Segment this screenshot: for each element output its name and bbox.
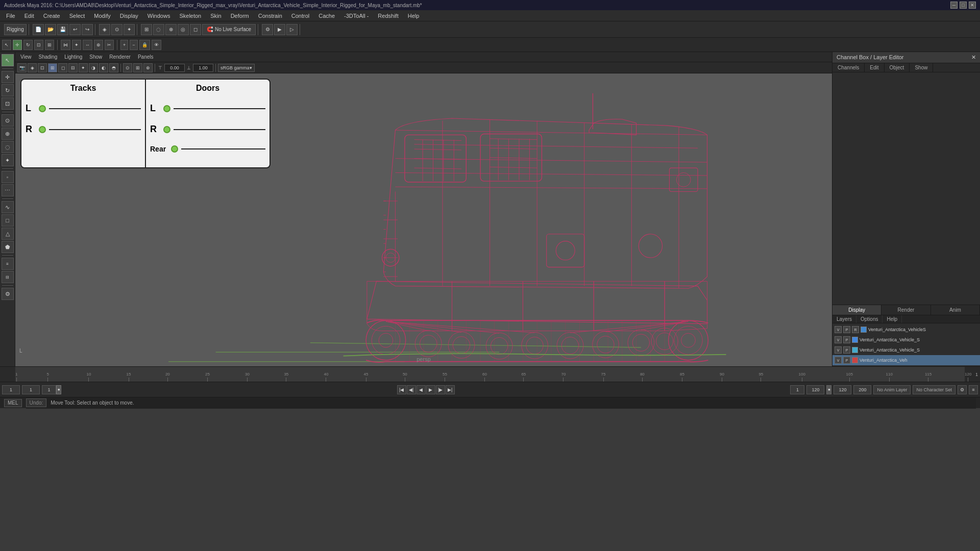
maximize-button[interactable]: □ (960, 2, 967, 9)
vp-grid-btn[interactable]: ⊞ (133, 63, 142, 72)
layer-p-btn[interactable]: P (843, 336, 850, 343)
menu-select[interactable]: Select (65, 12, 89, 20)
render-frame[interactable]: ▶ (274, 24, 285, 35)
live-surface-button[interactable]: 🧲 No Live Surface (202, 24, 256, 35)
move-tool-btn[interactable]: ✛ (2, 71, 14, 83)
vp-lighting-menu[interactable]: Lighting (61, 53, 85, 61)
vp-hud-btn[interactable]: ⊕ (143, 63, 153, 72)
polygon-btn[interactable]: △ (2, 228, 14, 240)
menu-help[interactable]: Help (404, 12, 424, 20)
rotate-tool-btn[interactable]: ↻ (2, 84, 14, 96)
layer-v-btn[interactable]: V (835, 326, 842, 333)
vp-panels-menu[interactable]: Panels (135, 53, 157, 61)
range-end-input[interactable] (834, 385, 851, 394)
redo-button[interactable]: ↪ (82, 24, 93, 35)
vp-isolate-btn[interactable]: ⊙ (123, 63, 132, 72)
paint-skin[interactable]: ✦ (72, 40, 81, 50)
layers-tab[interactable]: Layers (832, 315, 856, 323)
copy-weights[interactable]: ⊕ (94, 40, 103, 50)
render-settings[interactable]: ⚙ (262, 24, 273, 35)
tracks-r-handle[interactable] (39, 126, 46, 133)
new-button[interactable]: 📄 (33, 24, 44, 35)
options-tab[interactable]: Options (856, 315, 883, 323)
display-tab[interactable]: Display (832, 305, 881, 315)
save-button[interactable]: 💾 (57, 24, 68, 35)
selection-tool-btn[interactable]: ↖ (2, 54, 14, 66)
show-inf[interactable]: 👁 (152, 40, 161, 50)
anim-end-input[interactable] (853, 385, 871, 394)
show-tab[interactable]: Show (910, 63, 933, 72)
menu-modify[interactable]: Modify (90, 12, 114, 20)
prune-weights[interactable]: ✂ (105, 40, 114, 50)
snap-point[interactable]: ⊕ (165, 24, 177, 35)
doors-r-handle[interactable] (163, 126, 170, 133)
vp-surface-btn[interactable]: ◻ (58, 63, 67, 72)
char-set-extra-btn[interactable]: ≡ (969, 385, 978, 394)
layer-v-btn[interactable]: V (835, 336, 842, 343)
mel-label[interactable]: MEL (4, 399, 22, 407)
layer-btn[interactable]: ≡ (2, 258, 14, 270)
menu-deform[interactable]: Deform (227, 12, 253, 20)
vp-near-clip-input[interactable] (164, 64, 185, 72)
vp-light-btn[interactable]: ✦ (79, 63, 88, 72)
surface-btn[interactable]: □ (2, 214, 14, 227)
layer-p-btn[interactable]: P (843, 326, 850, 333)
menu-create[interactable]: Create (39, 12, 64, 20)
menu-file[interactable]: File (2, 12, 19, 20)
snap-grid[interactable]: ⊞ (141, 24, 152, 35)
go-to-start-btn[interactable]: |◀ (397, 385, 406, 394)
range-start-input[interactable] (790, 385, 804, 394)
paint-btn[interactable]: ✦ (2, 154, 14, 166)
scale-btn[interactable]: ⊡ (34, 40, 43, 50)
layer-p-btn[interactable]: P (843, 346, 850, 354)
layer-row-selected[interactable]: V P Venturi_Antarctica_Veh (832, 355, 980, 365)
ipr-render[interactable]: ▷ (286, 24, 298, 35)
snap-surface[interactable]: ◻ (190, 24, 201, 35)
channel-box-close-icon[interactable]: ✕ (971, 54, 976, 61)
add-inf[interactable]: + (120, 40, 128, 50)
vp-show-menu[interactable]: Show (86, 53, 105, 61)
vp-far-clip-input[interactable] (193, 64, 213, 72)
select-btn[interactable]: ↖ (2, 40, 11, 50)
viewport[interactable]: View Shading Lighting Show Renderer Pane… (15, 52, 832, 366)
menu-display[interactable]: Display (116, 12, 142, 20)
menu-control[interactable]: Control (287, 12, 313, 20)
menu-3dtoall[interactable]: -3DToAll - (340, 12, 373, 20)
joint-tool-btn[interactable]: ◦ (2, 171, 14, 183)
menu-constrain[interactable]: Constrain (254, 12, 286, 20)
render-layer-btn[interactable]: ⊟ (2, 271, 14, 283)
render-tab[interactable]: Render (881, 305, 930, 315)
mirror-skin[interactable]: ↔ (83, 40, 92, 50)
soft-mod-btn[interactable]: ⊙ (2, 114, 14, 127)
layer-v-btn[interactable]: V (835, 357, 842, 364)
edit-tab[interactable]: Edit (865, 63, 884, 72)
frame-end-input[interactable] (806, 385, 824, 394)
frame-anim-input[interactable] (42, 385, 56, 394)
frame-start-input[interactable] (2, 385, 20, 394)
menu-edit[interactable]: Edit (20, 12, 38, 20)
vp-shadow-btn[interactable]: ◑ (89, 63, 98, 72)
play-fwd-btn[interactable]: ▶ (426, 385, 435, 394)
tracks-l-handle[interactable] (39, 105, 46, 112)
menu-redshift[interactable]: Redshift (374, 12, 402, 20)
vp-view-menu[interactable]: View (17, 53, 35, 61)
vp-shading-btn[interactable]: ◈ (28, 63, 37, 72)
char-set-settings-btn[interactable]: ⚙ (958, 385, 967, 394)
frame-current-input[interactable] (22, 385, 40, 394)
menu-skeleton[interactable]: Skeleton (175, 12, 205, 20)
auto-key-btn[interactable]: ■ (56, 385, 61, 394)
go-to-end-btn[interactable]: ▶| (446, 385, 455, 394)
doors-l-handle[interactable] (163, 105, 170, 112)
ik-btn[interactable]: ⋯ (2, 184, 14, 196)
menu-windows[interactable]: Windows (143, 12, 175, 20)
play-back-btn[interactable]: ◀ (416, 385, 426, 394)
scale-tool-btn[interactable]: ⊡ (2, 97, 14, 110)
channels-tab[interactable]: Channels (832, 63, 865, 72)
rem-inf[interactable]: − (130, 40, 137, 50)
universal-btn[interactable]: ⊞ (45, 40, 54, 50)
snap-curve[interactable]: ◌ (153, 24, 164, 35)
undo-button[interactable]: ↩ (69, 24, 81, 35)
show-manip-btn[interactable]: ⊕ (2, 128, 14, 140)
step-back-btn[interactable]: ◀| (407, 385, 416, 394)
vp-renderer-menu[interactable]: Renderer (106, 53, 134, 61)
